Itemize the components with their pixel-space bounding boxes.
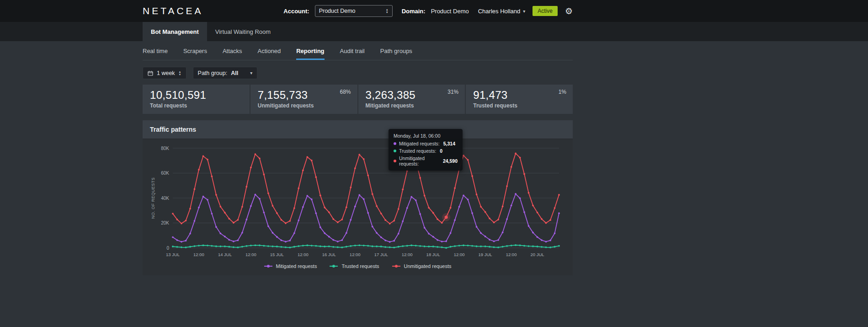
tab-real-time[interactable]: Real time [143, 48, 168, 60]
gear-icon[interactable]: ⚙ [565, 6, 573, 16]
tooltip-row: Mitigated requests: 5,314 [394, 141, 458, 146]
trusted-dot-icon [394, 150, 396, 152]
stat-percent: 68% [340, 89, 351, 95]
path-group-select[interactable]: Path group: All ▾ [193, 67, 258, 79]
traffic-patterns-panel: Traffic patterns Monday, Jul 18, 06:00 M… [143, 120, 573, 275]
user-menu[interactable]: Charles Holland ▾ [478, 8, 526, 15]
stat-percent: 1% [559, 89, 566, 95]
stat-value: 10,510,591 [150, 89, 242, 102]
stat-trusted-requests: 91,473 Trusted requests 1% [466, 85, 573, 114]
legend-unmitigated[interactable]: Unmitigated requests [392, 263, 452, 269]
domain-label: Domain: [402, 8, 426, 15]
svg-text:14 JUL: 14 JUL [218, 252, 232, 257]
path-group-value: All [231, 70, 238, 76]
tooltip-value: 5,314 [443, 141, 455, 146]
netacea-logo: NETACEA [143, 5, 203, 16]
chevron-down-icon: ▾ [250, 70, 252, 75]
traffic-chart[interactable]: 020K40K60K80KNO. OF REQUESTS13 JUL12:001… [147, 145, 566, 259]
user-name: Charles Holland [478, 8, 521, 15]
svg-text:40K: 40K [161, 196, 169, 201]
legend-label: Mitigated requests [276, 263, 317, 269]
time-range-picker[interactable]: 1 week ▲▼ [143, 67, 186, 79]
unmitigated-dot-icon [394, 160, 396, 162]
svg-text:80K: 80K [161, 146, 169, 151]
tab-path-groups[interactable]: Path groups [380, 48, 412, 60]
svg-text:12:00: 12:00 [298, 252, 309, 257]
status-badge: Active [533, 6, 558, 16]
tab-actioned[interactable]: Actioned [258, 48, 281, 60]
svg-text:16 JUL: 16 JUL [322, 252, 336, 257]
tooltip-row: Trusted requests: 0 [394, 148, 458, 154]
trusted-line-icon [330, 266, 338, 267]
svg-text:12:00: 12:00 [506, 252, 517, 257]
svg-text:60K: 60K [161, 171, 169, 176]
mitigated-dot-icon [394, 142, 396, 145]
svg-text:12:00: 12:00 [402, 252, 413, 257]
tab-audit-trail[interactable]: Audit trail [340, 48, 365, 60]
chevron-down-icon: ▾ [523, 9, 525, 14]
svg-text:NO. OF REQUESTS: NO. OF REQUESTS [151, 177, 155, 219]
tab-bot-management[interactable]: Bot Management [143, 22, 207, 41]
tooltip-value: 24,590 [443, 158, 458, 164]
stats-row: 10,510,591 Total requests 7,155,733 Unmi… [143, 85, 573, 114]
top-bar: NETACEA Account: Product Demo ▲▼ Domain:… [0, 0, 868, 22]
tooltip-label: Trusted requests: [399, 148, 436, 154]
select-arrows-icon: ▲▼ [386, 8, 389, 14]
stat-label: Mitigated requests [366, 102, 458, 109]
svg-text:0: 0 [166, 246, 169, 251]
stat-label: Total requests [150, 102, 242, 109]
svg-text:20K: 20K [161, 220, 169, 225]
panel-title: Traffic patterns [143, 120, 573, 139]
tooltip-label: Mitigated requests: [399, 141, 440, 146]
domain-value: Product Demo [431, 8, 469, 15]
tab-virtual-waiting-room[interactable]: Virtual Waiting Room [207, 22, 279, 41]
tooltip-title: Monday, Jul 18, 06:00 [394, 133, 458, 139]
legend-label: Trusted requests [341, 263, 379, 269]
main-content: Real time Scrapers Attacks Actioned Repo… [0, 41, 868, 275]
chart-area: 020K40K60K80KNO. OF REQUESTS13 JUL12:001… [143, 139, 573, 275]
product-tab-bar: Bot Management Virtual Waiting Room [0, 22, 868, 41]
svg-text:12:00: 12:00 [193, 252, 204, 257]
path-group-label: Path group: [198, 70, 228, 76]
tooltip-row: Unmitigated requests: 24,590 [394, 155, 458, 166]
svg-text:19 JUL: 19 JUL [479, 252, 492, 257]
stat-value: 3,263,385 [366, 89, 458, 102]
tooltip-value: 0 [440, 148, 442, 154]
svg-text:13 JUL: 13 JUL [166, 252, 180, 257]
svg-text:15 JUL: 15 JUL [270, 252, 284, 257]
legend-label: Unmitigated requests [404, 263, 452, 269]
stat-percent: 31% [447, 89, 458, 95]
unmitigated-line-icon [392, 266, 400, 267]
svg-text:12:00: 12:00 [245, 252, 256, 257]
mitigated-line-icon [264, 266, 272, 267]
chart-tooltip: Monday, Jul 18, 06:00 Mitigated requests… [389, 129, 463, 171]
svg-text:18 JUL: 18 JUL [426, 252, 440, 257]
svg-text:12:00: 12:00 [350, 252, 361, 257]
stepper-arrows-icon: ▲▼ [179, 70, 181, 76]
calendar-icon [148, 70, 153, 76]
legend-mitigated[interactable]: Mitigated requests [264, 263, 317, 269]
account-label: Account: [283, 8, 309, 15]
stat-mitigated-requests: 3,263,385 Mitigated requests 31% [358, 85, 465, 114]
tooltip-label: Unmitigated requests: [399, 155, 439, 166]
tab-scrapers[interactable]: Scrapers [183, 48, 207, 60]
top-bar-controls: Account: Product Demo ▲▼ Domain: Product… [283, 5, 573, 17]
svg-text:20 JUL: 20 JUL [530, 252, 544, 257]
chart-legend: Mitigated requests Trusted requests Unmi… [147, 261, 568, 275]
section-nav: Real time Scrapers Attacks Actioned Repo… [143, 41, 573, 60]
tab-reporting[interactable]: Reporting [296, 48, 324, 60]
stat-label: Trusted requests [473, 102, 565, 109]
stat-value: 91,473 [473, 89, 565, 102]
svg-text:12:00: 12:00 [454, 252, 465, 257]
tab-attacks[interactable]: Attacks [223, 48, 242, 60]
svg-text:17 JUL: 17 JUL [374, 252, 388, 257]
stat-total-requests: 10,510,591 Total requests [143, 85, 250, 114]
filter-bar: 1 week ▲▼ Path group: All ▾ [143, 67, 573, 79]
account-select-value: Product Demo [319, 8, 356, 14]
legend-trusted[interactable]: Trusted requests [330, 263, 379, 269]
stat-value: 7,155,733 [258, 89, 350, 102]
time-range-value: 1 week [157, 70, 175, 76]
account-select[interactable]: Product Demo ▲▼ [315, 5, 393, 17]
stat-unmitigated-requests: 7,155,733 Unmitigated requests 68% [250, 85, 357, 114]
stat-label: Unmitigated requests [258, 102, 350, 109]
